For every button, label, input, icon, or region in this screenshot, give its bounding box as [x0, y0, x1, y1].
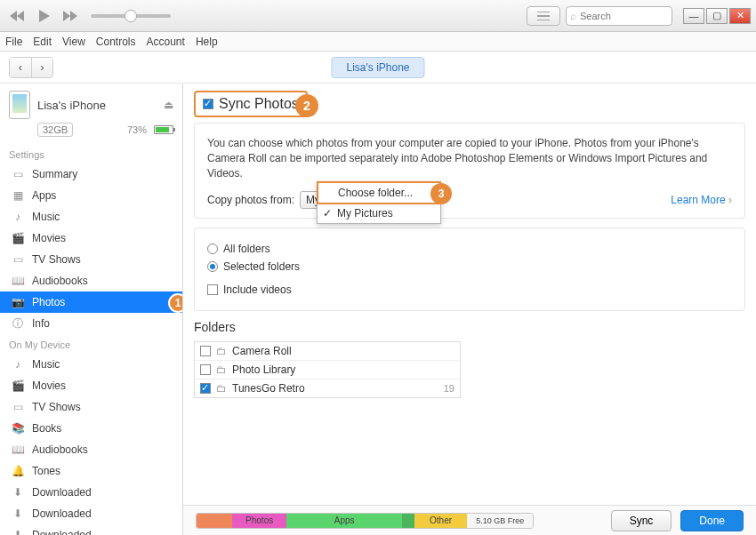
copy-photos-section: You can choose which photos from your co…: [194, 123, 745, 219]
done-button[interactable]: Done: [680, 510, 744, 531]
usage-segment-photos: Photos: [232, 514, 287, 528]
all-folders-option[interactable]: All folders: [207, 243, 732, 255]
include-videos-option[interactable]: Include videos: [207, 283, 732, 296]
movies-icon: 🎬: [11, 379, 25, 393]
movies-icon: 🎬: [11, 231, 25, 245]
menu-controls[interactable]: Controls: [96, 36, 136, 48]
bottom-bar: Photos Apps Other 5.10 GB Free Sync Done: [183, 505, 756, 535]
battery-percent: 73%: [127, 124, 147, 135]
option-label: Include videos: [223, 283, 292, 296]
copy-from-row: Copy photos from: My Pictures 19 photos …: [207, 191, 732, 209]
radio-icon: [207, 244, 218, 254]
eject-icon[interactable]: ⏏: [164, 99, 173, 111]
sync-photos-header: Sync Photos 2: [194, 91, 308, 117]
sidebar-label: TV Shows: [32, 253, 81, 266]
back-button[interactable]: ‹: [10, 58, 31, 77]
music-icon: ♪: [11, 357, 25, 371]
content-area: Sync Photos 2 You can choose which photo…: [183, 84, 756, 535]
device-header: Lisa's iPhone ⏏: [0, 84, 182, 123]
sidebar-label: Books: [32, 422, 61, 435]
window-buttons: — ▢ ✕: [683, 8, 751, 24]
menu-view[interactable]: View: [62, 36, 85, 48]
folder-row[interactable]: 🗀Photo Library: [195, 361, 460, 379]
sidebar-item[interactable]: ♪Music: [0, 354, 182, 375]
download-icon: ⬇: [11, 528, 25, 535]
sidebar-item-tvshows[interactable]: ▭TV Shows: [0, 249, 182, 270]
forward-button[interactable]: ›: [31, 58, 52, 77]
folder-name: Camera Roll: [232, 345, 292, 357]
sidebar-label: Movies: [32, 379, 66, 392]
minimize-button[interactable]: —: [683, 8, 704, 24]
next-button[interactable]: [59, 4, 82, 28]
dropdown-label: My Pictures: [337, 207, 393, 220]
search-input[interactable]: [580, 11, 660, 21]
learn-more-link[interactable]: Learn More ›: [671, 194, 732, 206]
volume-knob[interactable]: [125, 10, 137, 22]
download-icon: ⬇: [11, 507, 25, 521]
folder-icon: 🗀: [216, 345, 227, 357]
sidebar-item-music[interactable]: ♪Music: [0, 206, 182, 228]
chevron-right-icon: ›: [728, 194, 732, 206]
sidebar-item[interactable]: ⬇Downloaded: [0, 503, 182, 524]
sidebar-item[interactable]: 📖Audiobooks: [0, 439, 182, 460]
menu-help[interactable]: Help: [196, 36, 218, 48]
dropdown-my-pictures[interactable]: My Pictures: [318, 204, 440, 223]
info-icon: ⓘ: [11, 316, 25, 331]
sidebar-item[interactable]: 🎬Movies: [0, 375, 182, 396]
folder-options-section: All folders Selected folders Include vid…: [194, 228, 745, 311]
folders-header: Folders: [194, 320, 745, 334]
usage-segment-apps: Apps: [286, 514, 401, 528]
sidebar-item[interactable]: ▭TV Shows: [0, 396, 182, 418]
menu-file[interactable]: File: [5, 36, 22, 48]
dropdown-choose-folder[interactable]: Choose folder... 3: [317, 181, 441, 204]
battery-icon: [154, 125, 173, 134]
sidebar-item-summary[interactable]: ▭Summary: [0, 164, 182, 185]
maximize-button[interactable]: ▢: [706, 8, 728, 24]
sidebar: Lisa's iPhone ⏏ 32GB 73% Settings ▭Summa…: [0, 84, 183, 535]
play-button[interactable]: [32, 4, 55, 28]
checkbox-icon[interactable]: [200, 383, 211, 394]
folder-row[interactable]: 🗀TunesGo Retro19: [195, 379, 460, 397]
checkbox-icon[interactable]: [200, 364, 211, 375]
annotation-badge-1: 1: [168, 293, 183, 313]
apps-icon: ▦: [11, 188, 25, 203]
sidebar-label: Music: [32, 358, 60, 371]
sidebar-item[interactable]: 🔔Tones: [0, 460, 182, 482]
usage-segment-other: Other: [414, 514, 468, 528]
sidebar-label: Downloaded: [32, 507, 92, 520]
device-tab[interactable]: Lisa's iPhone: [331, 57, 424, 78]
phone-icon: [9, 91, 30, 119]
option-label: Selected folders: [223, 260, 300, 273]
selected-folders-option[interactable]: Selected folders: [207, 260, 732, 273]
tv-icon: ▭: [11, 252, 25, 267]
annotation-badge-2: 2: [295, 94, 318, 117]
sidebar-item-movies[interactable]: 🎬Movies: [0, 228, 182, 249]
sidebar-item-info[interactable]: ⓘInfo: [0, 313, 182, 334]
menu-account[interactable]: Account: [147, 36, 185, 48]
checkbox-icon[interactable]: [200, 346, 211, 356]
folder-row[interactable]: 🗀Camera Roll: [195, 342, 460, 361]
sync-photos-checkbox[interactable]: [203, 99, 213, 109]
volume-slider[interactable]: [91, 14, 171, 18]
menu-edit[interactable]: Edit: [33, 36, 52, 48]
prev-button[interactable]: [5, 4, 28, 28]
search-box[interactable]: ⌕: [566, 6, 672, 26]
sidebar-item[interactable]: ⬇Downloaded: [0, 482, 182, 503]
list-view-button[interactable]: [527, 6, 560, 26]
close-button[interactable]: ✕: [729, 8, 751, 24]
sync-button[interactable]: Sync: [611, 510, 672, 531]
sidebar-header-settings: Settings: [0, 144, 182, 164]
toolbar-right: ⌕ — ▢ ✕: [527, 6, 751, 26]
sidebar-label: Info: [32, 317, 50, 330]
sidebar-item-apps[interactable]: ▦Apps: [0, 185, 182, 206]
sidebar-item-photos[interactable]: 📷Photos1: [0, 291, 182, 313]
sidebar-item-audiobooks[interactable]: 📖Audiobooks: [0, 270, 182, 291]
sidebar-label: Downloaded: [32, 529, 92, 535]
sidebar-item[interactable]: 📚Books: [0, 418, 182, 439]
capacity-badge: 32GB: [37, 123, 73, 137]
audiobook-icon: 📖: [11, 443, 25, 457]
folder-icon: 🗀: [216, 363, 227, 376]
radio-icon: [207, 261, 218, 272]
sync-description: You can choose which photos from your co…: [207, 136, 732, 180]
sidebar-item[interactable]: ⬇Downloaded: [0, 524, 182, 535]
